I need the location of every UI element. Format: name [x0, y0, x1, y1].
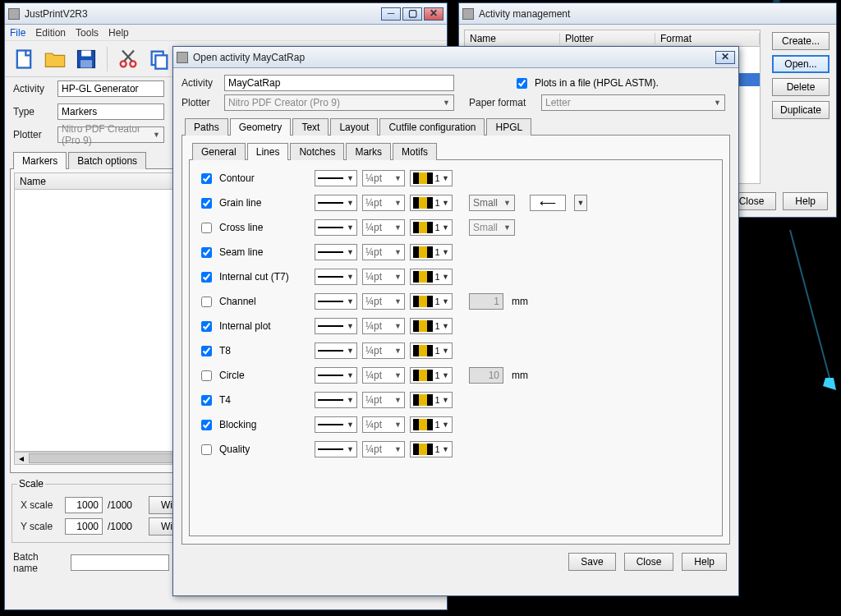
- line-width-combo[interactable]: ¼pt▼: [362, 342, 405, 359]
- subtab-notches[interactable]: Notches: [290, 143, 344, 160]
- tab-hpgl[interactable]: HPGL: [486, 118, 531, 136]
- line-enable-checkbox[interactable]: [201, 370, 212, 381]
- line-color-combo[interactable]: 1▼: [410, 318, 453, 334]
- duplicate-button[interactable]: Duplicate: [772, 101, 830, 119]
- line-style-combo[interactable]: ▼: [315, 219, 357, 236]
- tab-layout[interactable]: Layout: [330, 118, 378, 136]
- menu-edition[interactable]: Edition: [35, 27, 66, 39]
- line-width-combo[interactable]: ¼pt▼: [362, 318, 405, 334]
- line-color-combo[interactable]: 1▼: [410, 293, 453, 310]
- yscale-field[interactable]: [65, 518, 103, 535]
- line-style-combo[interactable]: ▼: [315, 416, 357, 433]
- line-color-combo[interactable]: 1▼: [410, 441, 453, 457]
- dlg-help-button[interactable]: Help: [682, 553, 727, 571]
- dlg-close-x[interactable]: ✕: [715, 51, 735, 64]
- line-color-combo[interactable]: 1▼: [410, 269, 453, 285]
- line-style-combo[interactable]: ▼: [315, 342, 357, 359]
- line-size-field[interactable]: 10: [469, 367, 503, 384]
- line-style-combo[interactable]: ▼: [315, 170, 357, 186]
- line-size-field[interactable]: 1: [469, 293, 503, 310]
- save-icon[interactable]: [72, 44, 100, 74]
- line-width-combo[interactable]: ¼pt▼: [362, 195, 405, 211]
- menu-tools[interactable]: Tools: [76, 27, 99, 39]
- col-name[interactable]: Name: [465, 33, 560, 44]
- menu-file[interactable]: File: [10, 27, 25, 39]
- line-style-combo[interactable]: ▼: [315, 195, 357, 211]
- line-color-combo[interactable]: 1▼: [410, 219, 453, 236]
- line-style-combo[interactable]: ▼: [315, 269, 357, 285]
- line-width-combo[interactable]: ¼pt▼: [362, 219, 405, 236]
- line-width-combo[interactable]: ¼pt▼: [362, 170, 405, 186]
- subtab-lines[interactable]: Lines: [247, 143, 289, 160]
- minimize-button[interactable]: ─: [381, 7, 401, 21]
- line-width-combo[interactable]: ¼pt▼: [362, 367, 405, 384]
- type-field[interactable]: [57, 103, 164, 120]
- batchname-field[interactable]: [71, 554, 169, 571]
- line-enable-checkbox[interactable]: [201, 173, 212, 184]
- line-enable-checkbox[interactable]: [201, 223, 212, 233]
- tab-batch-options[interactable]: Batch options: [68, 152, 146, 169]
- new-file-icon[interactable]: [10, 44, 38, 74]
- line-style-combo[interactable]: ▼: [315, 293, 357, 310]
- line-style-combo[interactable]: ▼: [315, 318, 357, 334]
- save-button[interactable]: Save: [568, 553, 615, 571]
- close-button[interactable]: ✕: [424, 7, 443, 21]
- line-enable-checkbox[interactable]: [201, 247, 212, 258]
- subtab-marks[interactable]: Marks: [346, 143, 391, 160]
- grain-size-combo[interactable]: Small▼: [469, 195, 515, 211]
- line-color-combo[interactable]: 1▼: [410, 244, 453, 260]
- dlg-titlebar[interactable]: Open activity MayCatRap ✕: [173, 47, 738, 68]
- dlg-close-button[interactable]: Close: [624, 553, 674, 571]
- line-enable-checkbox[interactable]: [201, 272, 212, 283]
- grain-arrow-dropdown[interactable]: ▼: [577, 199, 585, 207]
- line-width-combo[interactable]: ¼pt▼: [362, 293, 405, 310]
- subtab-general[interactable]: General: [192, 143, 246, 160]
- line-color-combo[interactable]: 1▼: [410, 195, 453, 211]
- line-width-combo[interactable]: ¼pt▼: [362, 416, 405, 433]
- create-button[interactable]: Create...: [772, 32, 830, 50]
- line-enable-checkbox[interactable]: [201, 395, 212, 406]
- paper-format-combo[interactable]: Letter▼: [541, 94, 725, 111]
- line-width-combo[interactable]: ¼pt▼: [362, 269, 405, 285]
- col-plotter[interactable]: Plotter: [560, 33, 655, 44]
- line-width-combo[interactable]: ¼pt▼: [362, 392, 405, 408]
- xscale-field[interactable]: [65, 497, 103, 513]
- line-color-combo[interactable]: 1▼: [410, 392, 453, 408]
- activity-field[interactable]: [57, 80, 164, 97]
- tab-text[interactable]: Text: [292, 118, 329, 136]
- line-enable-checkbox[interactable]: [201, 444, 212, 455]
- line-color-combo[interactable]: 1▼: [410, 170, 453, 186]
- subtab-motifs[interactable]: Motifs: [393, 143, 437, 160]
- line-enable-checkbox[interactable]: [201, 297, 212, 307]
- tab-markers[interactable]: Markers: [13, 152, 67, 169]
- line-color-combo[interactable]: 1▼: [410, 367, 453, 384]
- tab-geometry[interactable]: Geometry: [230, 118, 292, 136]
- line-color-combo[interactable]: 1▼: [410, 416, 453, 433]
- line-enable-checkbox[interactable]: [201, 198, 212, 209]
- dlg-activity-field[interactable]: [224, 75, 454, 91]
- open-folder-icon[interactable]: [41, 44, 69, 74]
- mgmt-help-button[interactable]: Help: [783, 192, 828, 210]
- plotter-combo[interactable]: Nitro PDF Creator (Pro 9)▼: [57, 126, 164, 143]
- line-enable-checkbox[interactable]: [201, 321, 212, 332]
- line-enable-checkbox[interactable]: [201, 420, 212, 430]
- line-width-combo[interactable]: ¼pt▼: [362, 441, 405, 457]
- line-style-combo[interactable]: ▼: [315, 244, 357, 260]
- cut-icon[interactable]: [114, 44, 142, 74]
- tab-cutfile[interactable]: Cutfile configuration: [379, 118, 485, 136]
- open-button[interactable]: Open...: [772, 55, 830, 73]
- plots-in-file-checkbox[interactable]: [517, 78, 527, 89]
- line-color-combo[interactable]: 1▼: [410, 342, 453, 359]
- tab-paths[interactable]: Paths: [185, 118, 228, 136]
- line-style-combo[interactable]: ▼: [315, 392, 357, 408]
- copy-icon[interactable]: [145, 44, 173, 74]
- mgmt-titlebar[interactable]: Activity management: [459, 3, 836, 25]
- line-style-combo[interactable]: ▼: [315, 367, 357, 384]
- line-width-combo[interactable]: ¼pt▼: [362, 244, 405, 260]
- line-style-combo[interactable]: ▼: [315, 441, 357, 457]
- delete-button[interactable]: Delete: [772, 78, 830, 96]
- main-titlebar[interactable]: JustPrintV2R3 ─ ▢ ✕: [5, 3, 447, 25]
- maximize-button[interactable]: ▢: [402, 7, 422, 21]
- menu-help[interactable]: Help: [108, 27, 129, 39]
- dlg-plotter-combo[interactable]: Nitro PDF Creator (Pro 9)▼: [224, 94, 454, 111]
